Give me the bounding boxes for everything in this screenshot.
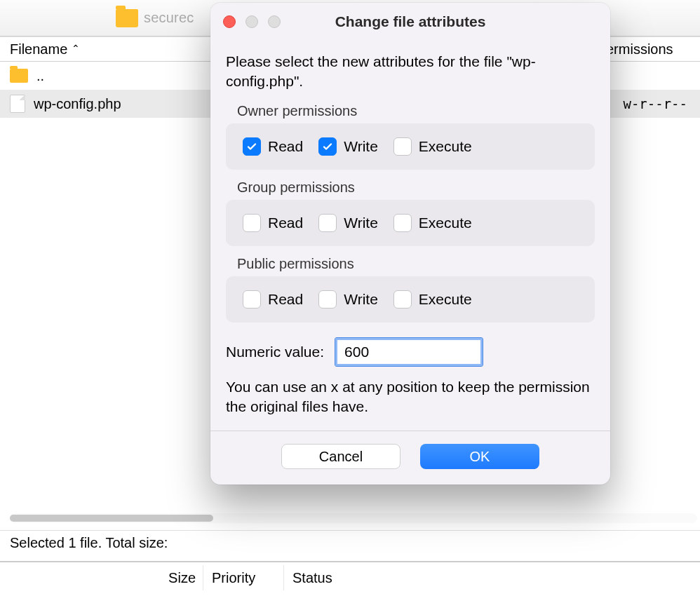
owner-execute-checkbox[interactable]: Execute	[393, 137, 472, 156]
checkbox-icon	[243, 290, 261, 309]
queue-col-size[interactable]: Size	[0, 565, 203, 590]
file-name-label: wp-config.php	[34, 96, 216, 112]
public-read-checkbox[interactable]: Read	[243, 290, 303, 309]
write-label: Write	[344, 215, 378, 231]
public-permissions-label: Public permissions	[237, 256, 595, 272]
public-execute-checkbox[interactable]: Execute	[393, 290, 472, 309]
checkbox-icon	[393, 290, 412, 309]
queue-col-priority[interactable]: Priority	[203, 565, 284, 590]
checkbox-icon	[318, 137, 337, 156]
queue-col-status[interactable]: Status	[284, 565, 700, 590]
group-permissions-label: Group permissions	[237, 180, 595, 196]
checkbox-icon	[243, 137, 261, 156]
file-icon	[10, 95, 25, 113]
permissions-header-label: ermissions	[606, 41, 673, 57]
ok-button[interactable]: OK	[420, 444, 539, 469]
checkbox-icon	[393, 214, 412, 232]
pane-divider[interactable]	[0, 561, 700, 562]
execute-label: Execute	[419, 215, 472, 231]
status-bar: Selected 1 file. Total size:	[0, 530, 700, 555]
group-read-checkbox[interactable]: Read	[243, 214, 303, 232]
read-label: Read	[268, 138, 303, 155]
checkbox-icon	[318, 214, 337, 232]
minimize-icon	[245, 15, 258, 28]
numeric-value-input[interactable]	[335, 338, 483, 366]
checkbox-icon	[243, 214, 261, 232]
status-text: Selected 1 file. Total size:	[10, 535, 168, 551]
public-permissions-group: Read Write Execute	[226, 276, 595, 323]
group-execute-checkbox[interactable]: Execute	[393, 214, 472, 232]
public-write-checkbox[interactable]: Write	[318, 290, 378, 309]
window-controls	[223, 15, 281, 28]
owner-permissions-label: Owner permissions	[237, 103, 595, 119]
cancel-button[interactable]: Cancel	[281, 444, 401, 469]
execute-label: Execute	[419, 138, 472, 155]
execute-label: Execute	[419, 291, 472, 308]
write-label: Write	[344, 291, 378, 308]
zoom-icon	[268, 15, 281, 28]
sort-ascending-icon: ⌃	[72, 43, 80, 54]
path-text: securec	[144, 10, 194, 26]
owner-read-checkbox[interactable]: Read	[243, 137, 303, 156]
numeric-value-label: Numeric value:	[226, 344, 324, 360]
checkbox-icon	[393, 137, 412, 156]
file-permissions-label: w-r--r--	[623, 96, 690, 111]
checkbox-icon	[318, 290, 337, 309]
read-label: Read	[268, 291, 303, 308]
size-label: Size	[168, 570, 196, 586]
group-write-checkbox[interactable]: Write	[318, 214, 378, 232]
column-header-permissions[interactable]: ermissions	[606, 41, 690, 57]
transfer-queue-headers: Size Priority Status	[0, 565, 700, 590]
horizontal-scrollbar[interactable]	[10, 513, 697, 523]
dialog-buttons: Cancel OK	[226, 431, 595, 470]
folder-icon	[10, 69, 28, 83]
hint-text: You can use an x at any position to keep…	[226, 377, 595, 417]
status-label: Status	[292, 570, 332, 586]
write-label: Write	[344, 138, 378, 155]
column-header-filename[interactable]: Filename ⌃	[10, 41, 206, 57]
read-label: Read	[268, 215, 303, 231]
change-attributes-dialog: Change file attributes Please select the…	[210, 3, 610, 485]
scrollbar-thumb[interactable]	[10, 515, 213, 522]
parent-directory-label: ..	[36, 68, 219, 84]
dialog-intro-text: Please select the new attributes for the…	[226, 52, 595, 92]
dialog-titlebar[interactable]: Change file attributes	[210, 3, 610, 41]
priority-label: Priority	[212, 570, 255, 586]
group-permissions-group: Read Write Execute	[226, 200, 595, 246]
owner-permissions-group: Read Write Execute	[226, 123, 595, 170]
owner-write-checkbox[interactable]: Write	[318, 137, 378, 156]
folder-icon	[116, 9, 138, 27]
filename-header-label: Filename	[10, 41, 67, 57]
close-icon[interactable]	[223, 15, 236, 28]
